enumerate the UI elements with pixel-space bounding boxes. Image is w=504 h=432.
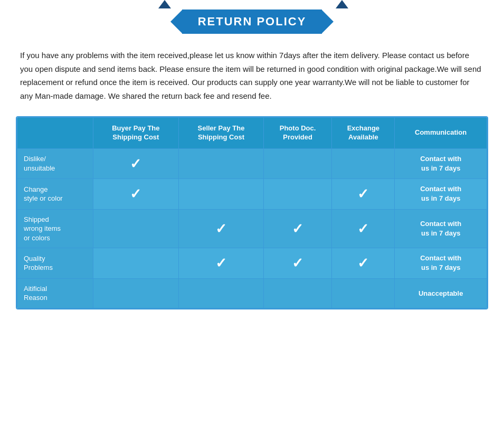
check-icon: ✓ (357, 222, 369, 236)
left-triangle-decoration (158, 0, 171, 8)
cell-dislike-buyer-pay: ✓ (93, 148, 179, 179)
cell-change-comm: Contact withus in 7 days (395, 179, 487, 209)
check-icon: ✓ (215, 222, 227, 236)
check-icon: ✓ (215, 256, 227, 270)
page-title: RETURN POLICY (198, 15, 307, 28)
cell-dislike-photo (263, 148, 332, 179)
check-icon: ✓ (292, 256, 303, 270)
check-icon: ✓ (357, 187, 369, 201)
row-label-quality: QualityProblems (17, 248, 93, 278)
policy-table-wrapper: Buyer Pay TheShipping Cost Seller Pay Th… (16, 116, 488, 309)
title-banner: RETURN POLICY (170, 10, 334, 34)
cell-artificial-buyer-pay (93, 278, 179, 308)
intro-paragraph: If you have any problems with the item r… (0, 39, 504, 112)
policy-table: Buyer Pay TheShipping Cost Seller Pay Th… (17, 117, 487, 308)
cell-quality-comm: Contact withus in 7 days (395, 248, 487, 278)
intro-text: If you have any problems with the item r… (20, 51, 481, 100)
cell-wrong-photo: ✓ (263, 209, 332, 248)
row-label-artificial: AitificialReason (17, 278, 93, 308)
cell-quality-buyer-pay (93, 248, 179, 278)
col-header-communication: Communication (395, 118, 487, 149)
col-header-seller-pay: Seller Pay TheShipping Cost (179, 118, 263, 149)
cell-wrong-seller-pay: ✓ (179, 209, 263, 248)
row-label-dislike: Dislike/unsuitable (17, 148, 93, 179)
table-row: AitificialReason Unacceptable (17, 278, 487, 308)
cell-wrong-comm: Contact withus in 7 days (395, 209, 487, 248)
table-row: Dislike/unsuitable ✓ Contact withus in 7… (17, 148, 487, 179)
table-row: Shippedwrong itemsor colors ✓ ✓ ✓ Contac… (17, 209, 487, 248)
check-icon: ✓ (357, 256, 369, 270)
col-header-situation (17, 118, 93, 149)
table-row: QualityProblems ✓ ✓ ✓ Contact withus in … (17, 248, 487, 278)
cell-change-exchange: ✓ (332, 179, 395, 209)
cell-change-buyer-pay: ✓ (93, 179, 179, 209)
banner-right-arrow (322, 10, 334, 33)
cell-artificial-comm: Unacceptable (395, 278, 487, 308)
right-triangle-decoration (336, 0, 348, 8)
unacceptable-label: Unacceptable (419, 289, 463, 297)
col-header-exchange: ExchangeAvailable (332, 118, 395, 149)
banner-left-arrow (170, 10, 182, 33)
cell-artificial-photo (263, 278, 332, 308)
table-header-row: Buyer Pay TheShipping Cost Seller Pay Th… (17, 118, 487, 149)
cell-dislike-comm: Contact withus in 7 days (395, 148, 487, 179)
cell-wrong-exchange: ✓ (332, 209, 395, 248)
cell-quality-seller-pay: ✓ (179, 248, 263, 278)
check-icon: ✓ (130, 157, 141, 171)
row-label-wrong-items: Shippedwrong itemsor colors (17, 209, 93, 248)
cell-wrong-buyer-pay (93, 209, 179, 248)
header-section: RETURN POLICY (0, 0, 504, 39)
cell-quality-exchange: ✓ (332, 248, 395, 278)
cell-dislike-seller-pay (179, 148, 263, 179)
page-container: RETURN POLICY If you have any problems w… (0, 0, 504, 309)
cell-change-seller-pay (179, 179, 263, 209)
banner-title: RETURN POLICY (182, 10, 322, 34)
row-label-change-style: Changestyle or color (17, 179, 93, 209)
cell-change-photo (263, 179, 332, 209)
check-icon: ✓ (130, 187, 141, 201)
col-header-photo-doc: Photo Doc.Provided (263, 118, 332, 149)
table-row: Changestyle or color ✓ ✓ Contact withus … (17, 179, 487, 209)
col-header-buyer-pay: Buyer Pay TheShipping Cost (93, 118, 179, 149)
cell-artificial-seller-pay (179, 278, 263, 308)
check-icon: ✓ (292, 222, 303, 236)
cell-artificial-exchange (332, 278, 395, 308)
cell-dislike-exchange (332, 148, 395, 179)
cell-quality-photo: ✓ (263, 248, 332, 278)
